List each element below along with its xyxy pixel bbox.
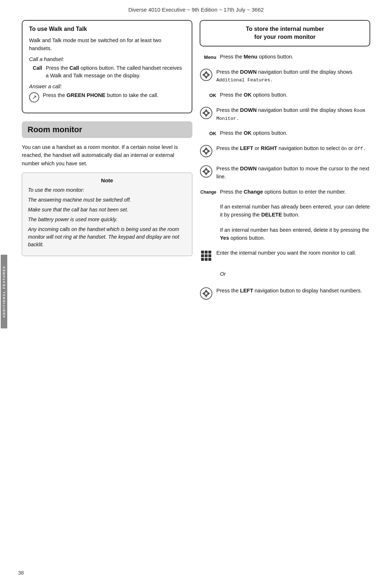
yes-bold: Yes xyxy=(220,235,229,241)
svg-point-5 xyxy=(205,73,208,76)
instr-nav-lr: Press the LEFT or RIGHT navigation butto… xyxy=(200,145,370,158)
svg-marker-26 xyxy=(204,295,208,297)
k9 xyxy=(208,258,211,261)
green-phone-icon: ↗ xyxy=(29,92,39,102)
svg-marker-22 xyxy=(208,170,210,173)
svg-point-17 xyxy=(205,150,208,153)
page-number: 38 xyxy=(18,570,24,576)
svg-point-24 xyxy=(200,288,212,299)
note-title: Note xyxy=(28,177,186,183)
walk-talk-title: To use Walk and Talk xyxy=(29,26,185,32)
walk-talk-box: To use Walk and Talk Walk and Talk mode … xyxy=(22,20,192,113)
down-bold-2: DOWN xyxy=(240,107,257,113)
left-final-bold: LEFT xyxy=(240,288,253,293)
call-key: Call xyxy=(29,64,42,71)
right-column: To store the internal number for your ro… xyxy=(200,20,370,304)
svg-point-29 xyxy=(205,292,208,295)
call-handset-label: Call a handset: xyxy=(29,56,185,62)
instr-nav-left-final: Press the LEFT navigation button to disp… xyxy=(200,287,370,300)
svg-marker-19 xyxy=(204,167,208,170)
change-text: Press the Change options button to enter… xyxy=(220,188,370,196)
svg-marker-27 xyxy=(202,292,205,295)
room-monitor-mono: Room Monitor. xyxy=(216,108,365,121)
green-phone-bold: GREEN PHONE xyxy=(66,92,105,98)
svg-point-6 xyxy=(200,107,212,119)
k8 xyxy=(205,258,208,261)
off-mono: Off. xyxy=(355,146,366,151)
k4 xyxy=(201,254,204,257)
walk-talk-intro: Walk and Talk mode must be switched on f… xyxy=(29,37,185,53)
keypad-text: Enter the internal number you want the r… xyxy=(216,249,370,257)
svg-point-23 xyxy=(205,170,208,173)
external-para-text: If an external number has already been e… xyxy=(220,203,370,219)
right-bold: RIGHT xyxy=(261,145,277,151)
note-item-4: Any incoming calls on the handset which … xyxy=(28,226,186,248)
k2 xyxy=(205,251,208,254)
svg-marker-10 xyxy=(208,111,210,115)
nav-svg-lr xyxy=(200,145,213,158)
instr-menu: Menu Press the Menu options button. xyxy=(200,53,370,61)
svg-point-0 xyxy=(200,69,212,81)
svg-marker-9 xyxy=(202,111,205,115)
menu-bold: Menu xyxy=(244,54,257,60)
svg-marker-8 xyxy=(204,114,208,117)
instr-ok-2: OK Press the OK options button. xyxy=(200,129,370,137)
nav-circle-left-final-icon xyxy=(200,287,213,300)
additional-features-mono: Additional Features. xyxy=(216,77,273,83)
svg-marker-1 xyxy=(204,71,208,73)
note-item-3: The battery power is used more quickly. xyxy=(28,216,186,223)
nav-down-3-text: Press the DOWN navigation button to move… xyxy=(216,165,370,181)
svg-marker-3 xyxy=(202,73,205,77)
k6 xyxy=(208,254,211,257)
page-wrapper: Additional Features Diverse 4010 Executi… xyxy=(0,0,392,583)
store-header-box: To store the internal number for your ro… xyxy=(200,20,370,46)
k3 xyxy=(208,251,211,254)
instr-change: Change Press the Change options button t… xyxy=(200,188,370,196)
svg-marker-28 xyxy=(208,292,210,295)
on-mono: On xyxy=(341,146,347,151)
svg-marker-15 xyxy=(202,149,205,153)
ok-key-label-1: OK xyxy=(200,91,216,98)
nav-circle-down-1-icon xyxy=(200,68,213,81)
nav-lr-text: Press the LEFT or RIGHT navigation butto… xyxy=(216,145,370,153)
sidebar-label: Additional Features xyxy=(1,255,7,329)
store-title-line1: To store the internal number xyxy=(246,26,324,32)
instr-nav-down-1: Press the DOWN navigation button until t… xyxy=(200,68,370,84)
svg-marker-13 xyxy=(204,147,208,150)
nav-down-1-text: Press the DOWN navigation button until t… xyxy=(216,68,370,84)
down-bold-3: DOWN xyxy=(240,166,257,171)
svg-marker-2 xyxy=(204,76,208,79)
answer-label: Answer a call: xyxy=(29,84,185,89)
svg-point-12 xyxy=(200,145,212,157)
call-instruction-text: Press the Call options button. The calle… xyxy=(46,64,185,80)
room-monitor-body: You can use a handset as a room monitor.… xyxy=(22,143,192,167)
k5 xyxy=(205,254,208,257)
nav-left-final-text: Press the LEFT navigation button to disp… xyxy=(216,287,370,295)
ok-bold-1: OK xyxy=(244,92,252,98)
call-instruction-row: Call Press the Call options button. The … xyxy=(29,64,185,80)
nav-down-2-text: Press the DOWN navigation button until t… xyxy=(216,106,370,122)
instr-external-para: If an external number has already been e… xyxy=(200,203,370,219)
nav-svg-final xyxy=(200,287,213,300)
svg-marker-21 xyxy=(202,170,205,173)
svg-point-11 xyxy=(205,112,208,114)
store-title-line2: for your room monitor xyxy=(254,34,316,40)
nav-svg-2 xyxy=(200,106,213,120)
internal-para-text: If an internal number has been entered, … xyxy=(220,226,370,242)
note-item-0: To use the room monitor: xyxy=(28,186,186,194)
nav-svg-1 xyxy=(200,68,213,81)
svg-point-18 xyxy=(200,166,212,177)
svg-marker-14 xyxy=(204,153,208,155)
svg-marker-16 xyxy=(208,149,210,153)
nav-circle-down-3-icon xyxy=(200,165,213,178)
down-bold-1: DOWN xyxy=(240,69,257,75)
main-content: To use Walk and Talk Walk and Talk mode … xyxy=(22,20,370,304)
answer-instruction-text: Press the GREEN PHONE button to take the… xyxy=(43,92,185,100)
svg-marker-4 xyxy=(208,73,210,77)
or-text: Or xyxy=(220,271,226,277)
note-item-1: The answering machine must be switched o… xyxy=(28,196,186,204)
ok-bold-2: OK xyxy=(244,130,252,136)
svg-marker-25 xyxy=(204,290,208,292)
ok-1-text: Press the OK options button. xyxy=(220,91,370,99)
change-key-label: Change xyxy=(200,188,216,195)
